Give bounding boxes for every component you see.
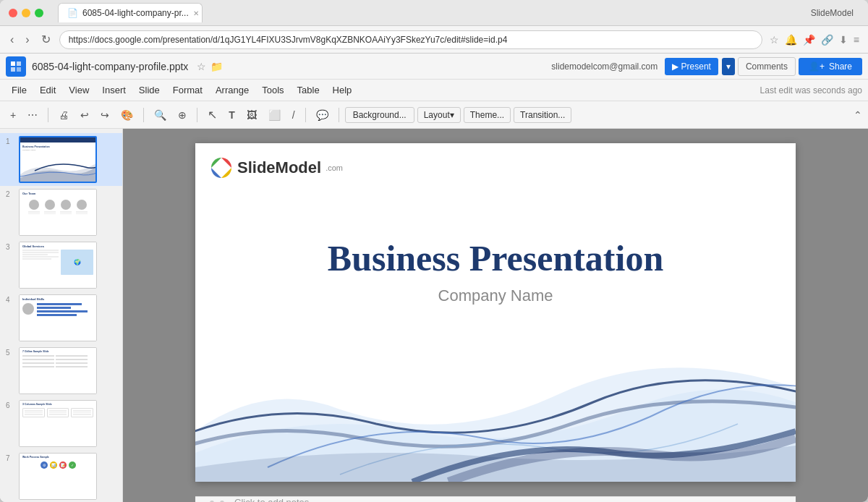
share-icon: 👤+ bbox=[809, 61, 825, 72]
menu-edit[interactable]: Edit bbox=[34, 82, 61, 98]
select-button[interactable]: ↖ bbox=[203, 105, 221, 124]
toolbar-collapse-button[interactable]: ⌃ bbox=[854, 109, 862, 121]
slide-thumb-3[interactable]: 3 Global Services bbox=[0, 239, 122, 292]
slide-logo: SlideModel.com bbox=[210, 156, 343, 179]
menu-insert[interactable]: Insert bbox=[96, 82, 132, 98]
logo-com: .com bbox=[326, 163, 343, 172]
undo-button[interactable]: ↩ bbox=[76, 106, 93, 124]
menu-bar: File Edit View Insert Slide Format Arran… bbox=[0, 80, 868, 101]
shapes-button[interactable]: ⬜ bbox=[264, 106, 285, 124]
transition-button[interactable]: Transition... bbox=[514, 107, 571, 123]
zoom-percent-button[interactable]: ⊕ bbox=[174, 106, 191, 124]
close-button[interactable] bbox=[9, 9, 17, 17]
toolbar-separator-4 bbox=[305, 108, 306, 122]
user-email: slidemodelcom@gmail.com bbox=[551, 61, 658, 72]
menu-tools[interactable]: Tools bbox=[256, 82, 289, 98]
subtitle: Company Name bbox=[195, 286, 796, 305]
share-button[interactable]: 👤+ Share bbox=[799, 58, 862, 75]
tab-close-icon[interactable]: ✕ bbox=[193, 9, 199, 17]
more-button[interactable]: ⋯ bbox=[23, 106, 42, 124]
main-title: Business Presentation bbox=[195, 237, 796, 279]
slide-img-7: Work Process Sample ⚙ 📊 📝 bbox=[19, 453, 97, 500]
app-title-bar: 6085-04-light-company-profile.pptx ☆ 📁 s… bbox=[0, 54, 868, 80]
slide-num-6: 6 bbox=[6, 400, 14, 409]
slide-img-1: Business Presentation Company Name bbox=[19, 136, 97, 183]
folder-icon[interactable]: 📁 bbox=[210, 61, 223, 72]
back-button[interactable]: ‹ bbox=[7, 32, 17, 48]
slide-canvas[interactable]: SlideModel.com Business Presentation Com… bbox=[195, 143, 796, 482]
present-button[interactable]: ▶ Present bbox=[665, 58, 718, 75]
forward-button[interactable]: › bbox=[22, 32, 32, 48]
slide-panel: 1 Business Presentation Company Name bbox=[0, 129, 123, 502]
slide-thumb-4[interactable]: 4 Individual Skills bbox=[0, 292, 122, 344]
comment-button[interactable]: 💬 bbox=[312, 106, 333, 124]
menu-file[interactable]: File bbox=[6, 82, 33, 98]
maximize-button[interactable] bbox=[35, 9, 43, 17]
browser-brand: SlideModel bbox=[811, 8, 859, 18]
url-bar: ‹ › ↻ ☆ 🔔 📌 🔗 ⬇ ≡ bbox=[0, 26, 868, 54]
slide-thumb-5[interactable]: 5 7 Gitline Sample Slide bbox=[0, 344, 122, 397]
slide-num-5: 5 bbox=[6, 347, 14, 357]
present-label: ▶ Present bbox=[672, 61, 711, 72]
traffic-lights bbox=[9, 9, 43, 17]
app-title-right: slidemodelcom@gmail.com ▶ Present ▾ Comm… bbox=[551, 57, 862, 76]
zoom-in-button[interactable]: + bbox=[6, 106, 20, 124]
slide-editor[interactable]: SlideModel.com Business Presentation Com… bbox=[123, 129, 868, 496]
menu-slide[interactable]: Slide bbox=[133, 82, 166, 98]
bookmark-icon[interactable]: ☆ bbox=[768, 33, 780, 47]
slide-num-1: 1 bbox=[6, 136, 14, 145]
notes-placeholder[interactable]: Click to add notes bbox=[227, 497, 309, 502]
extension-icon1[interactable]: 🔔 bbox=[783, 33, 799, 47]
tab-title: 6085-04-light-company-pr... bbox=[82, 8, 189, 18]
theme-button[interactable]: Theme... bbox=[464, 107, 511, 123]
app-logo bbox=[6, 56, 26, 77]
slide-subtitle: Company Name bbox=[438, 286, 553, 305]
reload-button[interactable]: ↻ bbox=[38, 31, 54, 48]
tab-area: 📄 6085-04-light-company-pr... ✕ bbox=[58, 3, 805, 22]
paint-format-button[interactable]: 🎨 bbox=[116, 106, 137, 124]
url-input[interactable] bbox=[59, 30, 762, 49]
slide-img-5: 7 Gitline Sample Slide bbox=[19, 347, 97, 394]
slide-thumb-2[interactable]: 2 Our Team bbox=[0, 186, 122, 239]
browser-window: 📄 6085-04-light-company-pr... ✕ SlideMod… bbox=[0, 0, 868, 502]
print-button[interactable]: 🖨 bbox=[54, 106, 73, 124]
extension-icon5[interactable]: ≡ bbox=[852, 33, 861, 47]
menu-arrange[interactable]: Arrange bbox=[210, 82, 255, 98]
comments-button[interactable]: Comments bbox=[738, 57, 796, 76]
slide-num-7: 7 bbox=[6, 453, 14, 462]
menu-view[interactable]: View bbox=[63, 82, 95, 98]
toolbar-separator-1 bbox=[48, 108, 48, 122]
minimize-button[interactable] bbox=[22, 9, 30, 17]
extension-icon3[interactable]: 🔗 bbox=[820, 33, 835, 47]
menu-help[interactable]: Help bbox=[327, 82, 358, 98]
extension-icon2[interactable]: 📌 bbox=[801, 33, 817, 47]
background-button[interactable]: Background... bbox=[345, 107, 414, 123]
logo-text: SlideModel bbox=[237, 158, 321, 177]
svg-rect-2 bbox=[11, 67, 15, 72]
line-button[interactable]: / bbox=[288, 106, 299, 124]
extension-icon4[interactable]: ⬇ bbox=[838, 33, 849, 47]
slide-num-3: 3 bbox=[6, 242, 14, 251]
slide-img-6: 3 Columns Sample Slide bbox=[19, 400, 97, 447]
url-icons: ☆ 🔔 📌 🔗 ⬇ ≡ bbox=[768, 33, 861, 47]
star-icon[interactable]: ☆ bbox=[197, 61, 206, 72]
title-bar: 📄 6085-04-light-company-pr... ✕ SlideMod… bbox=[0, 0, 868, 26]
slide-thumb-6[interactable]: 6 3 Columns Sample Slide bbox=[0, 397, 122, 450]
menu-format[interactable]: Format bbox=[167, 82, 208, 98]
redo-button[interactable]: ↪ bbox=[96, 106, 114, 124]
present-dropdown-button[interactable]: ▾ bbox=[722, 58, 735, 75]
text-button[interactable]: T bbox=[224, 106, 239, 124]
wave-decoration bbox=[195, 323, 796, 482]
layout-button[interactable]: Layout▾ bbox=[417, 107, 461, 123]
slide-thumb-7[interactable]: 7 Work Process Sample ⚙ 📊 bbox=[0, 450, 122, 502]
image-button[interactable]: 🖼 bbox=[242, 106, 261, 124]
slide-main-title: Business Presentation bbox=[328, 238, 663, 278]
slide-thumb-1[interactable]: 1 Business Presentation Company Name bbox=[0, 133, 122, 186]
menu-table[interactable]: Table bbox=[292, 82, 326, 98]
last-edit: Last edit was seconds ago bbox=[760, 85, 862, 95]
toolbar-separator-2 bbox=[143, 108, 144, 122]
svg-rect-1 bbox=[17, 61, 21, 66]
slide-img-4: Individual Skills bbox=[19, 294, 97, 341]
browser-tab[interactable]: 📄 6085-04-light-company-pr... ✕ bbox=[58, 3, 203, 22]
zoom-button[interactable]: 🔍 bbox=[150, 106, 171, 124]
